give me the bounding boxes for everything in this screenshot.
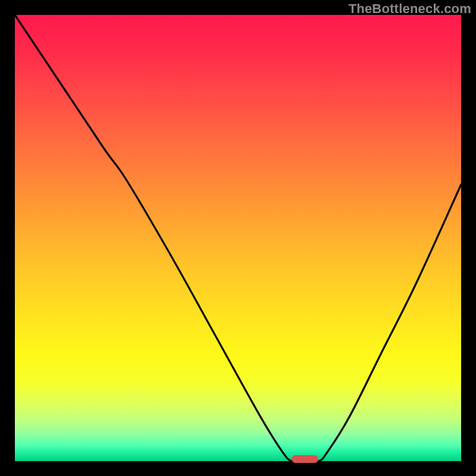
bottleneck-curve <box>15 15 461 461</box>
optimal-marker <box>292 455 318 463</box>
watermark-text: TheBottleneck.com <box>349 1 471 17</box>
plot-area <box>15 15 461 461</box>
chart-frame: TheBottleneck.com <box>0 0 476 476</box>
